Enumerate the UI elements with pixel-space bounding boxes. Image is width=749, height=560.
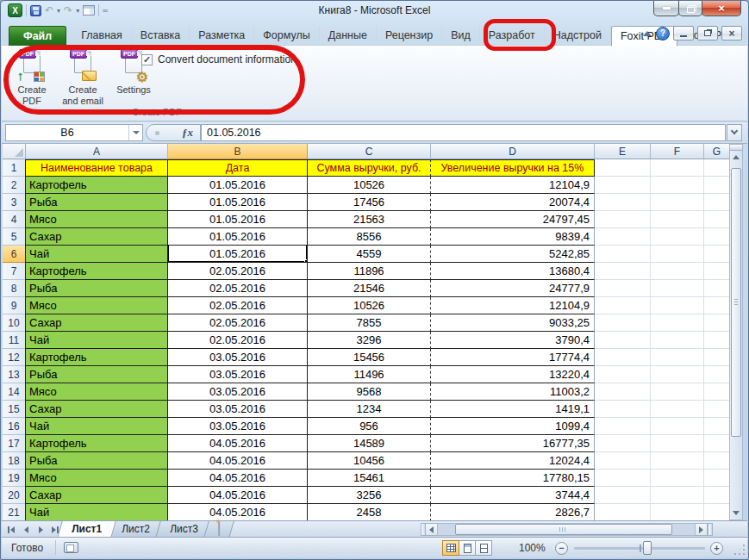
cell-D9[interactable]: 12104,9 [431,297,595,314]
cell-E16[interactable] [595,418,651,435]
cell-C20[interactable]: 3256 [308,487,431,504]
cell-D17[interactable]: 16777,35 [431,435,595,452]
cell-A19[interactable]: Мясо [25,470,168,487]
cell-B5[interactable]: 01.05.2016 [168,228,308,246]
cell-E10[interactable] [595,314,651,332]
cell-F6[interactable] [651,246,704,263]
page-layout-view-button[interactable] [459,540,476,556]
cell-A9[interactable]: Мясо [25,297,168,314]
cell-F5[interactable] [651,228,704,246]
scroll-right-button[interactable] [695,523,708,536]
cell-E2[interactable] [595,177,651,194]
cell-C17[interactable]: 14589 [308,435,431,452]
cell-G18[interactable] [704,452,729,470]
cell-C14[interactable]: 9568 [308,383,431,401]
help-button[interactable] [656,27,670,40]
cell-A20[interactable]: Сахар [25,487,168,504]
next-sheet-button[interactable] [34,523,47,536]
redo-icon[interactable]: ↷ [64,3,72,17]
cell-C21[interactable]: 2458 [308,504,431,520]
cell-C5[interactable]: 8556 [308,228,431,246]
cell-G15[interactable] [704,401,729,418]
ribbon-tab-рецензир[interactable]: Рецензир [377,26,442,46]
ribbon-tab-данные[interactable]: Данные [320,26,377,46]
row-header-17[interactable]: 17 [3,435,26,452]
resize-grip[interactable] [733,543,745,555]
cell-F8[interactable] [651,280,704,297]
ribbon-tab-вставка[interactable]: Вставка [132,26,190,46]
cell-E11[interactable] [595,332,651,349]
cell-E19[interactable] [595,470,651,487]
cell-G4[interactable] [704,211,729,228]
vertical-scrollbar[interactable] [729,144,743,520]
cell-B12[interactable]: 03.05.2016 [168,349,308,366]
horizontal-scroll-track[interactable] [437,523,696,536]
cell-F17[interactable] [651,435,704,452]
cell-A15[interactable]: Сахар [25,401,168,418]
row-header-11[interactable]: 11 [3,332,26,349]
cell-C3[interactable]: 17456 [308,194,431,211]
insert-sheet-tab[interactable] [203,521,234,538]
redo-dropdown-icon[interactable]: ▾ [76,7,79,15]
cell-E8[interactable] [595,280,651,297]
cell-E20[interactable] [595,487,651,504]
cell-G6[interactable] [704,246,729,263]
normal-view-button[interactable] [442,540,459,556]
ribbon-tab-главная[interactable]: Главная [72,26,132,46]
workbook-close-button[interactable] [721,26,742,40]
macro-record-icon[interactable] [64,542,78,553]
undo-icon[interactable]: ↶ [45,3,53,17]
first-sheet-button[interactable] [4,523,18,536]
workbook-restore-button[interactable] [697,26,718,40]
cell-F21[interactable] [651,504,704,520]
cell-G12[interactable] [704,349,729,366]
row-header-7[interactable]: 7 [3,263,26,280]
formula-input[interactable]: 01.05.2016 [201,124,726,141]
cell-D14[interactable]: 11003,2 [431,383,595,401]
cell-D10[interactable]: 9033,25 [431,314,595,332]
cell-A1[interactable]: Наименование товара [25,159,168,177]
row-header-3[interactable]: 3 [3,194,26,211]
row-header-9[interactable]: 9 [3,297,26,314]
cell-A7[interactable]: Картофель [25,263,168,280]
row-header-18[interactable]: 18 [3,452,26,470]
cell-D21[interactable]: 2826,7 [431,504,595,520]
row-header-19[interactable]: 19 [3,470,26,487]
cell-E17[interactable] [595,435,651,452]
cell-E5[interactable] [595,228,651,246]
cell-G16[interactable] [704,418,729,435]
column-header-E[interactable]: E [595,144,651,159]
cell-F18[interactable] [651,452,704,470]
customize-toolbar-icon[interactable]: ═ [103,7,108,15]
cell-F13[interactable] [651,366,704,383]
cell-B6[interactable]: 01.05.2016 [168,246,308,263]
zoom-in-button[interactable]: + [710,542,723,555]
ribbon-tab-abbyy-pdi[interactable]: ABBYY PDI [746,26,749,46]
scroll-down-button[interactable] [730,507,742,520]
cell-G14[interactable] [704,383,729,401]
zoom-level[interactable]: 100% [519,542,546,554]
cell-B2[interactable]: 01.05.2016 [168,177,308,194]
cell-F3[interactable] [651,194,704,211]
cell-A3[interactable]: Рыба [25,194,168,211]
cell-B14[interactable]: 03.05.2016 [168,383,308,401]
cell-B1[interactable]: Дата [168,159,308,177]
cell-C4[interactable]: 21563 [308,211,431,228]
cell-D11[interactable]: 3790,4 [431,332,595,349]
zoom-slider-thumb[interactable] [643,541,652,555]
insert-function-button[interactable]: ƒx [182,126,193,140]
cell-D15[interactable]: 1419,1 [431,401,595,418]
cell-E3[interactable] [595,194,651,211]
row-header-16[interactable]: 16 [3,418,26,435]
cell-A6[interactable]: Чай [25,246,168,263]
page-break-view-button[interactable] [475,540,492,556]
cell-A18[interactable]: Рыба [25,452,168,470]
cell-C18[interactable]: 10456 [308,452,431,470]
cell-B11[interactable]: 02.05.2016 [168,332,308,349]
cell-E1[interactable] [595,159,651,177]
ribbon-tab-разметка[interactable]: Разметка [190,26,254,46]
row-header-6[interactable]: 6 [3,246,26,263]
cell-G19[interactable] [704,470,729,487]
cell-A16[interactable]: Чай [25,418,168,435]
cell-A5[interactable]: Сахар [25,228,168,246]
